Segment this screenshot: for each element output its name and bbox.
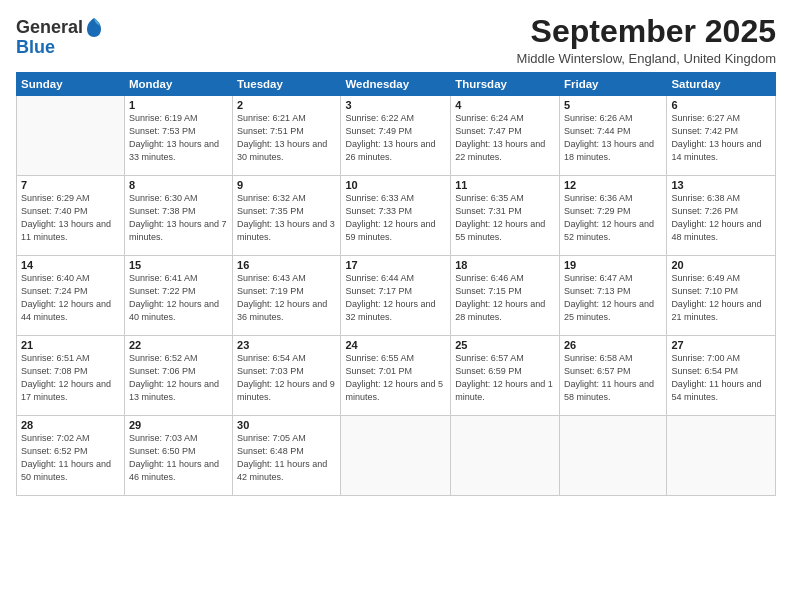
sunset-line: Sunset: 7:17 PM	[345, 285, 446, 298]
daylight-line: Daylight: 12 hours and 28 minutes.	[455, 298, 555, 324]
table-row: 16Sunrise: 6:43 AMSunset: 7:19 PMDayligh…	[233, 256, 341, 336]
page: General Blue September 2025 Middle Winte…	[0, 0, 792, 612]
day-number: 4	[455, 99, 555, 111]
sun-info: Sunrise: 6:19 AMSunset: 7:53 PMDaylight:…	[129, 112, 228, 164]
sunset-line: Sunset: 7:33 PM	[345, 205, 446, 218]
daylight-line: Daylight: 12 hours and 5 minutes.	[345, 378, 446, 404]
sun-info: Sunrise: 7:00 AMSunset: 6:54 PMDaylight:…	[671, 352, 771, 404]
day-number: 18	[455, 259, 555, 271]
col-wednesday: Wednesday	[341, 73, 451, 96]
sunrise-line: Sunrise: 7:00 AM	[671, 352, 771, 365]
table-row: 3Sunrise: 6:22 AMSunset: 7:49 PMDaylight…	[341, 96, 451, 176]
sunrise-line: Sunrise: 6:36 AM	[564, 192, 662, 205]
daylight-line: Daylight: 12 hours and 48 minutes.	[671, 218, 771, 244]
calendar-header-row: Sunday Monday Tuesday Wednesday Thursday…	[17, 73, 776, 96]
day-number: 3	[345, 99, 446, 111]
daylight-line: Daylight: 12 hours and 59 minutes.	[345, 218, 446, 244]
sunrise-line: Sunrise: 6:32 AM	[237, 192, 336, 205]
sunrise-line: Sunrise: 6:21 AM	[237, 112, 336, 125]
sun-info: Sunrise: 6:27 AMSunset: 7:42 PMDaylight:…	[671, 112, 771, 164]
sun-info: Sunrise: 6:41 AMSunset: 7:22 PMDaylight:…	[129, 272, 228, 324]
sun-info: Sunrise: 6:29 AMSunset: 7:40 PMDaylight:…	[21, 192, 120, 244]
daylight-line: Daylight: 11 hours and 54 minutes.	[671, 378, 771, 404]
month-title: September 2025	[517, 14, 776, 49]
sunrise-line: Sunrise: 7:03 AM	[129, 432, 228, 445]
daylight-line: Daylight: 13 hours and 14 minutes.	[671, 138, 771, 164]
sunset-line: Sunset: 7:51 PM	[237, 125, 336, 138]
sunset-line: Sunset: 7:03 PM	[237, 365, 336, 378]
sun-info: Sunrise: 6:40 AMSunset: 7:24 PMDaylight:…	[21, 272, 120, 324]
daylight-line: Daylight: 11 hours and 58 minutes.	[564, 378, 662, 404]
sunrise-line: Sunrise: 6:19 AM	[129, 112, 228, 125]
day-number: 16	[237, 259, 336, 271]
daylight-line: Daylight: 12 hours and 55 minutes.	[455, 218, 555, 244]
day-number: 26	[564, 339, 662, 351]
sunrise-line: Sunrise: 6:47 AM	[564, 272, 662, 285]
sun-info: Sunrise: 6:30 AMSunset: 7:38 PMDaylight:…	[129, 192, 228, 244]
day-number: 30	[237, 419, 336, 431]
table-row	[451, 416, 560, 496]
day-number: 5	[564, 99, 662, 111]
daylight-line: Daylight: 12 hours and 44 minutes.	[21, 298, 120, 324]
title-block: September 2025 Middle Winterslow, Englan…	[517, 14, 776, 66]
day-number: 27	[671, 339, 771, 351]
sunset-line: Sunset: 7:40 PM	[21, 205, 120, 218]
table-row: 1Sunrise: 6:19 AMSunset: 7:53 PMDaylight…	[124, 96, 232, 176]
table-row: 13Sunrise: 6:38 AMSunset: 7:26 PMDayligh…	[667, 176, 776, 256]
table-row: 5Sunrise: 6:26 AMSunset: 7:44 PMDaylight…	[559, 96, 666, 176]
sunrise-line: Sunrise: 7:05 AM	[237, 432, 336, 445]
sunset-line: Sunset: 6:54 PM	[671, 365, 771, 378]
table-row	[559, 416, 666, 496]
table-row: 28Sunrise: 7:02 AMSunset: 6:52 PMDayligh…	[17, 416, 125, 496]
table-row: 21Sunrise: 6:51 AMSunset: 7:08 PMDayligh…	[17, 336, 125, 416]
sunrise-line: Sunrise: 6:57 AM	[455, 352, 555, 365]
sunrise-line: Sunrise: 6:33 AM	[345, 192, 446, 205]
col-thursday: Thursday	[451, 73, 560, 96]
calendar-week-row: 28Sunrise: 7:02 AMSunset: 6:52 PMDayligh…	[17, 416, 776, 496]
sun-info: Sunrise: 6:47 AMSunset: 7:13 PMDaylight:…	[564, 272, 662, 324]
sunset-line: Sunset: 6:50 PM	[129, 445, 228, 458]
day-number: 8	[129, 179, 228, 191]
sunrise-line: Sunrise: 6:26 AM	[564, 112, 662, 125]
sunrise-line: Sunrise: 7:02 AM	[21, 432, 120, 445]
daylight-line: Daylight: 13 hours and 7 minutes.	[129, 218, 228, 244]
daylight-line: Daylight: 13 hours and 11 minutes.	[21, 218, 120, 244]
sunrise-line: Sunrise: 6:41 AM	[129, 272, 228, 285]
sun-info: Sunrise: 6:22 AMSunset: 7:49 PMDaylight:…	[345, 112, 446, 164]
sunrise-line: Sunrise: 6:40 AM	[21, 272, 120, 285]
sunset-line: Sunset: 7:19 PM	[237, 285, 336, 298]
sunset-line: Sunset: 7:35 PM	[237, 205, 336, 218]
day-number: 24	[345, 339, 446, 351]
daylight-line: Daylight: 12 hours and 52 minutes.	[564, 218, 662, 244]
table-row: 20Sunrise: 6:49 AMSunset: 7:10 PMDayligh…	[667, 256, 776, 336]
col-tuesday: Tuesday	[233, 73, 341, 96]
day-number: 1	[129, 99, 228, 111]
table-row: 4Sunrise: 6:24 AMSunset: 7:47 PMDaylight…	[451, 96, 560, 176]
sunrise-line: Sunrise: 6:58 AM	[564, 352, 662, 365]
sunset-line: Sunset: 7:26 PM	[671, 205, 771, 218]
sunrise-line: Sunrise: 6:52 AM	[129, 352, 228, 365]
sunset-line: Sunset: 7:38 PM	[129, 205, 228, 218]
sunset-line: Sunset: 7:15 PM	[455, 285, 555, 298]
sunset-line: Sunset: 7:24 PM	[21, 285, 120, 298]
sunrise-line: Sunrise: 6:35 AM	[455, 192, 555, 205]
table-row: 22Sunrise: 6:52 AMSunset: 7:06 PMDayligh…	[124, 336, 232, 416]
sunset-line: Sunset: 7:06 PM	[129, 365, 228, 378]
day-number: 13	[671, 179, 771, 191]
table-row: 8Sunrise: 6:30 AMSunset: 7:38 PMDaylight…	[124, 176, 232, 256]
sun-info: Sunrise: 6:51 AMSunset: 7:08 PMDaylight:…	[21, 352, 120, 404]
table-row: 9Sunrise: 6:32 AMSunset: 7:35 PMDaylight…	[233, 176, 341, 256]
sunset-line: Sunset: 7:44 PM	[564, 125, 662, 138]
col-sunday: Sunday	[17, 73, 125, 96]
day-number: 2	[237, 99, 336, 111]
calendar-table: Sunday Monday Tuesday Wednesday Thursday…	[16, 72, 776, 496]
calendar-week-row: 14Sunrise: 6:40 AMSunset: 7:24 PMDayligh…	[17, 256, 776, 336]
sun-info: Sunrise: 6:58 AMSunset: 6:57 PMDaylight:…	[564, 352, 662, 404]
daylight-line: Daylight: 13 hours and 30 minutes.	[237, 138, 336, 164]
sun-info: Sunrise: 6:33 AMSunset: 7:33 PMDaylight:…	[345, 192, 446, 244]
logo: General Blue	[16, 18, 103, 58]
sunset-line: Sunset: 7:22 PM	[129, 285, 228, 298]
day-number: 11	[455, 179, 555, 191]
sun-info: Sunrise: 6:32 AMSunset: 7:35 PMDaylight:…	[237, 192, 336, 244]
day-number: 25	[455, 339, 555, 351]
